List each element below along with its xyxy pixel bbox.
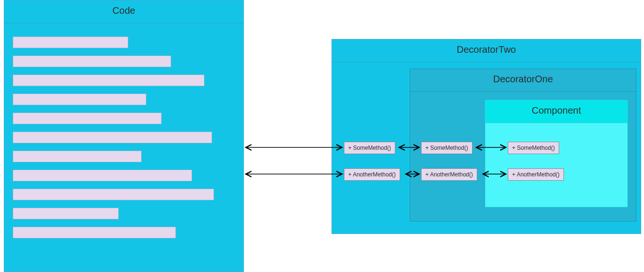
dec2-method-another: + AnotherMethod() xyxy=(344,168,400,181)
code-line xyxy=(13,151,141,162)
code-line xyxy=(13,37,128,48)
component-method-another: + AnotherMethod() xyxy=(508,168,564,181)
code-line xyxy=(13,189,214,200)
code-line xyxy=(13,56,171,67)
dec1-method-another: + AnotherMethod() xyxy=(421,168,477,181)
code-line xyxy=(13,75,204,86)
decorator-one-title: DecoratorOne xyxy=(410,69,636,92)
code-line xyxy=(13,208,119,219)
code-line xyxy=(13,94,146,105)
diagram-canvas: Code DecoratorTwo DecoratorOne Component… xyxy=(0,0,644,272)
code-line xyxy=(13,113,161,124)
code-body xyxy=(4,23,243,254)
code-line xyxy=(13,170,192,181)
decorator-two-title: DecoratorTwo xyxy=(332,39,641,62)
code-block: Code xyxy=(4,0,244,272)
code-line xyxy=(13,132,212,143)
component-title: Component xyxy=(485,100,627,123)
dec1-method-some: + SomeMethod() xyxy=(421,142,473,154)
dec2-method-some: + SomeMethod() xyxy=(344,142,395,154)
component-method-some: + SomeMethod() xyxy=(508,142,559,154)
code-title: Code xyxy=(4,0,243,23)
code-line xyxy=(13,227,176,238)
